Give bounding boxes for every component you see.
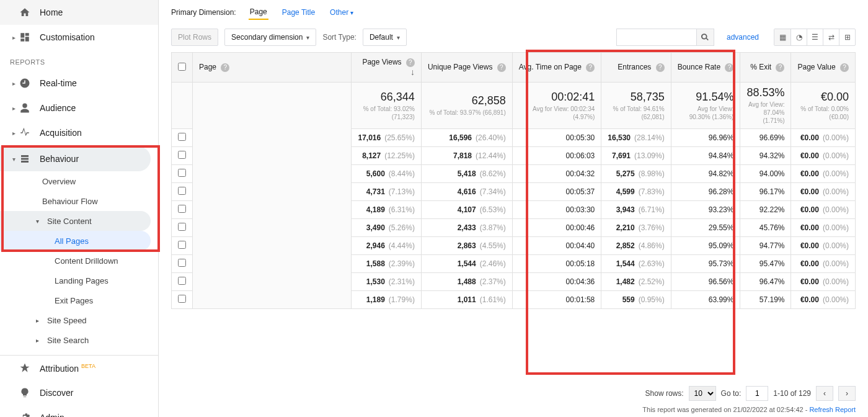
cell-value: €0.00(0.00%): [791, 255, 856, 273]
select-all-checkbox[interactable]: [178, 63, 186, 71]
plot-rows-button[interactable]: Plot Rows: [171, 29, 218, 46]
help-icon[interactable]: ?: [776, 63, 784, 72]
cell-exit: 96.17%: [740, 183, 791, 201]
cell-page-views: 4,189(6.31%): [352, 201, 421, 219]
person-icon: [17, 102, 32, 114]
nav-attribution[interactable]: AttributionBETA: [0, 356, 158, 380]
nav-admin[interactable]: Admin: [0, 405, 158, 417]
row-checkbox[interactable]: [178, 133, 186, 141]
col-page-views[interactable]: Page Views ? ↓: [352, 53, 421, 83]
advanced-link[interactable]: advanced: [727, 33, 759, 42]
tab-page[interactable]: Page: [249, 5, 268, 20]
cell-bounce: 96.96%: [671, 129, 740, 147]
view-comparison-button[interactable]: ⇄: [823, 29, 839, 45]
cell-unique: 7,818(12.44%): [421, 147, 512, 165]
cell-bounce: 94.84%: [671, 147, 740, 165]
row-checkbox[interactable]: [178, 259, 186, 267]
row-checkbox[interactable]: [178, 277, 186, 285]
view-pivot-button[interactable]: ⊞: [839, 29, 855, 45]
pager: Show rows: 10 Go to: 1-10 of 129 ‹ ›: [159, 381, 868, 406]
cell-entrances: 16,530(28.14%): [601, 129, 671, 147]
cell-bounce: 96.56%: [671, 273, 740, 291]
nav-realtime[interactable]: ▸ Real-time: [0, 71, 158, 96]
cell-avg-time: 00:03:30: [512, 201, 601, 219]
cell-unique: 16,596(26.40%): [421, 129, 512, 147]
summary-bounce: 91.54%Avg for View: 90.30% (1.36%): [671, 83, 740, 129]
row-checkbox[interactable]: [178, 151, 186, 159]
view-bars-button[interactable]: ☰: [807, 29, 823, 45]
chevron-right-icon: ▸: [10, 130, 17, 137]
cell-value: €0.00(0.00%): [791, 147, 856, 165]
next-page-button[interactable]: ›: [838, 386, 856, 401]
help-icon[interactable]: ?: [221, 63, 229, 72]
view-pie-button[interactable]: ◔: [790, 29, 807, 45]
summary-avg-time: 00:02:41Avg for View: 00:02:34 (4.97%): [512, 83, 601, 129]
col-exit[interactable]: % Exit ?: [740, 53, 791, 83]
sub-overview[interactable]: Overview: [0, 171, 158, 191]
search-button[interactable]: [697, 29, 714, 46]
col-page[interactable]: Page ?: [193, 53, 352, 83]
sub-exit-pages[interactable]: Exit Pages: [0, 290, 158, 310]
cell-entrances: 2,852(4.86%): [601, 237, 671, 255]
help-icon[interactable]: ?: [497, 63, 506, 72]
nav-label: Home: [40, 7, 63, 17]
row-checkbox[interactable]: [178, 295, 186, 303]
show-rows-select[interactable]: 10: [689, 386, 716, 401]
col-avg-time[interactable]: Avg. Time on Page ?: [512, 53, 601, 83]
cell-page-views: 1,588(2.39%): [352, 255, 421, 273]
cell-entrances: 1,544(2.63%): [601, 255, 671, 273]
row-checkbox[interactable]: [178, 241, 186, 249]
sub-site-speed[interactable]: ▸Site Speed: [0, 310, 158, 330]
help-icon[interactable]: ?: [406, 58, 415, 67]
nav-acquisition[interactable]: ▸ Acquisition: [0, 120, 158, 145]
nav-discover[interactable]: Discover: [0, 380, 158, 405]
sub-all-pages[interactable]: All Pages: [0, 231, 151, 251]
col-entrances[interactable]: Entrances ?: [601, 53, 671, 83]
row-checkbox[interactable]: [178, 169, 186, 177]
sort-type-button[interactable]: Default▾: [363, 29, 407, 46]
col-page-value[interactable]: Page Value ?: [791, 53, 856, 83]
help-icon[interactable]: ?: [586, 63, 595, 72]
nav-label: Discover: [40, 388, 73, 398]
clock-icon: [17, 78, 32, 89]
cell-avg-time: 00:01:58: [512, 291, 601, 309]
col-unique-page-views[interactable]: Unique Page Views ?: [421, 53, 512, 83]
gear-icon: [17, 412, 32, 417]
row-checkbox[interactable]: [178, 205, 186, 213]
sub-behaviour-flow[interactable]: Behaviour Flow: [0, 191, 158, 211]
nav-label: Customisation: [40, 32, 95, 42]
sub-site-content[interactable]: ▾ Site Content: [0, 211, 151, 231]
col-bounce-rate[interactable]: Bounce Rate ?: [671, 53, 740, 83]
cell-bounce: 95.09%: [671, 237, 740, 255]
search-input[interactable]: [616, 29, 697, 46]
view-table-button[interactable]: ▦: [774, 29, 790, 45]
goto-input[interactable]: [746, 386, 768, 401]
row-checkbox[interactable]: [178, 187, 186, 195]
sub-site-search[interactable]: ▸Site Search: [0, 330, 158, 350]
main-content: Primary Dimension: Page Page Title Other…: [159, 0, 868, 417]
cell-entrances: 559(0.95%): [601, 291, 671, 309]
sidebar: Home ▸ Customisation REPORTS ▸ Real-time…: [0, 0, 159, 417]
refresh-report-link[interactable]: Refresh Report: [809, 406, 856, 413]
sub-landing-pages[interactable]: Landing Pages: [0, 271, 158, 290]
tab-page-title[interactable]: Page Title: [281, 6, 316, 19]
cell-value: €0.00(0.00%): [791, 165, 856, 183]
nav-customisation[interactable]: ▸ Customisation: [0, 25, 158, 50]
help-icon[interactable]: ?: [840, 63, 849, 72]
nav-audience[interactable]: ▸ Audience: [0, 96, 158, 120]
tab-other[interactable]: Other ▾: [329, 6, 355, 19]
sub-content-drilldown[interactable]: Content Drilldown: [0, 251, 158, 271]
chevron-down-icon: ▾: [397, 34, 400, 41]
row-checkbox[interactable]: [178, 223, 186, 231]
prev-page-button[interactable]: ‹: [816, 386, 833, 401]
summary-page-views: 66,344% of Total: 93.02% (71,323): [352, 83, 421, 129]
nav-label: Real-time: [40, 78, 77, 88]
nav-behaviour[interactable]: ▾ Behaviour: [0, 146, 151, 171]
cell-entrances: 3,943(6.71%): [601, 201, 671, 219]
secondary-dimension-button[interactable]: Secondary dimension▾: [224, 29, 316, 46]
sort-desc-icon: ↓: [410, 67, 415, 77]
nav-home[interactable]: Home: [0, 0, 158, 25]
help-icon[interactable]: ?: [725, 63, 733, 72]
cell-unique: 1,488(2.37%): [421, 273, 512, 291]
help-icon[interactable]: ?: [656, 63, 665, 72]
